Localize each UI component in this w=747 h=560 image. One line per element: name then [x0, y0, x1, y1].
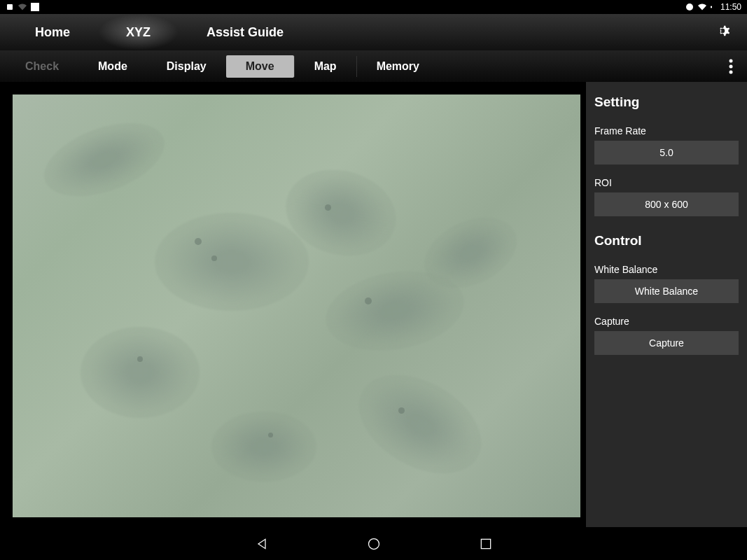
sub-move[interactable]: Move: [226, 55, 294, 78]
status-right: 11:50: [685, 2, 741, 12]
microscope-viewer[interactable]: [13, 94, 580, 517]
status-time: 11:50: [720, 2, 741, 12]
frame-rate-label: Frame Rate: [594, 125, 739, 136]
white-balance-button[interactable]: White Balance: [594, 279, 739, 303]
sub-check[interactable]: Check: [6, 55, 78, 78]
more-vertical-icon: [729, 59, 733, 74]
sub-memory[interactable]: Memory: [357, 55, 439, 78]
white-balance-button-text: White Balance: [635, 286, 698, 297]
roi-value: 800 x 600: [645, 199, 688, 210]
main-content: Setting Frame Rate 5.0 ROI 800 x 600 Con…: [0, 82, 747, 527]
sub-mode-label: Mode: [98, 60, 127, 73]
android-home-button[interactable]: [367, 537, 381, 551]
white-balance-label: White Balance: [594, 264, 739, 275]
square-recent-icon: [479, 537, 493, 551]
top-nav: Home XYZ Assist Guide: [0, 14, 747, 50]
control-header: Control: [594, 233, 739, 248]
svg-rect-0: [7, 4, 13, 10]
side-panel: Setting Frame Rate 5.0 ROI 800 x 600 Con…: [586, 82, 747, 527]
capture-button-text: Capture: [649, 337, 684, 349]
nav-xyz[interactable]: XYZ: [98, 14, 179, 50]
status-left: [6, 3, 39, 11]
sub-move-label: Move: [246, 60, 274, 73]
nav-assist-guide[interactable]: Assist Guide: [179, 14, 312, 50]
sub-map[interactable]: Map: [295, 55, 356, 78]
capture-button[interactable]: Capture: [594, 331, 739, 355]
svg-point-3: [729, 59, 733, 62]
android-back-button[interactable]: [255, 537, 269, 551]
sub-memory-label: Memory: [377, 60, 419, 73]
frame-rate-value: 5.0: [659, 147, 673, 158]
gear-icon: [713, 22, 732, 40]
roi-button[interactable]: 800 x 600: [594, 192, 739, 216]
android-recent-button[interactable]: [479, 537, 493, 551]
nav-home[interactable]: Home: [7, 14, 98, 50]
status-square-icon: [31, 3, 39, 11]
triangle-back-icon: [255, 537, 269, 551]
microscope-viewer-container: [0, 82, 586, 527]
sub-mode[interactable]: Mode: [78, 55, 147, 78]
sub-nav: Check Mode Display Move Map Memory: [0, 50, 747, 82]
circle-home-icon: [367, 537, 381, 551]
frame-rate-button[interactable]: 5.0: [594, 141, 739, 164]
nav-home-label: Home: [35, 25, 70, 40]
svg-rect-2: [711, 6, 712, 8]
android-status-bar: 11:50: [0, 0, 747, 14]
settings-button[interactable]: [705, 22, 740, 43]
svg-point-6: [368, 538, 379, 549]
svg-point-1: [686, 4, 693, 10]
sub-map-label: Map: [314, 60, 337, 73]
svg-rect-7: [481, 539, 490, 548]
sub-display[interactable]: Display: [147, 55, 226, 78]
nav-xyz-label: XYZ: [126, 25, 151, 40]
notification-icon: [6, 3, 14, 11]
sub-display-label: Display: [167, 60, 207, 73]
more-options-button[interactable]: [720, 50, 741, 82]
svg-point-5: [729, 70, 733, 74]
roi-label: ROI: [594, 177, 739, 188]
svg-point-4: [729, 64, 733, 68]
nav-assist-guide-label: Assist Guide: [207, 25, 284, 40]
android-nav-bar: [0, 527, 747, 560]
chat-icon: [685, 3, 694, 11]
sub-check-label: Check: [25, 60, 59, 73]
battery-icon: [711, 3, 716, 11]
setting-header: Setting: [594, 94, 739, 110]
capture-label: Capture: [594, 316, 739, 327]
wifi-dim-icon: [18, 3, 27, 11]
wifi-icon: [698, 3, 706, 11]
